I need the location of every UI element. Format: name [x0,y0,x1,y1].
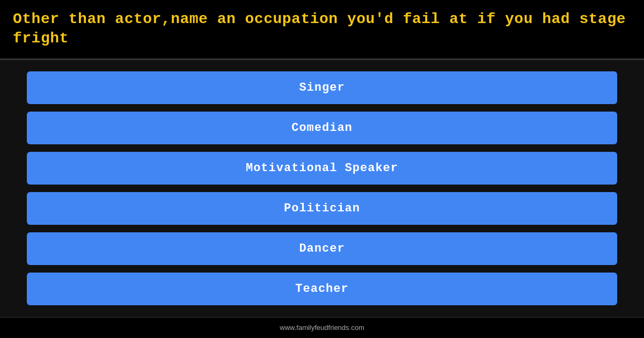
answer-button-3[interactable]: Motivational Speaker [27,152,617,185]
answer-button-1[interactable]: Singer [27,71,617,104]
answer-label-3: Motivational Speaker [246,161,398,175]
answer-label-1: Singer [299,81,345,94]
answer-button-5[interactable]: Dancer [27,232,617,265]
answer-label-4: Politician [284,202,360,215]
question-title: Other than actor,name an occupation you'… [13,11,626,47]
answer-label-6: Teacher [295,282,348,296]
footer: www.familyfeudfriends.com [0,317,644,338]
footer-url: www.familyfeudfriends.com [280,324,364,332]
answer-button-6[interactable]: Teacher [27,273,617,305]
answer-label-5: Dancer [299,242,345,255]
header: Other than actor,name an occupation you'… [0,0,644,60]
answer-button-2[interactable]: Comedian [27,112,617,144]
answer-button-4[interactable]: Politician [27,192,617,225]
answers-container: SingerComedianMotivational SpeakerPoliti… [0,60,644,317]
answer-label-2: Comedian [291,121,353,135]
